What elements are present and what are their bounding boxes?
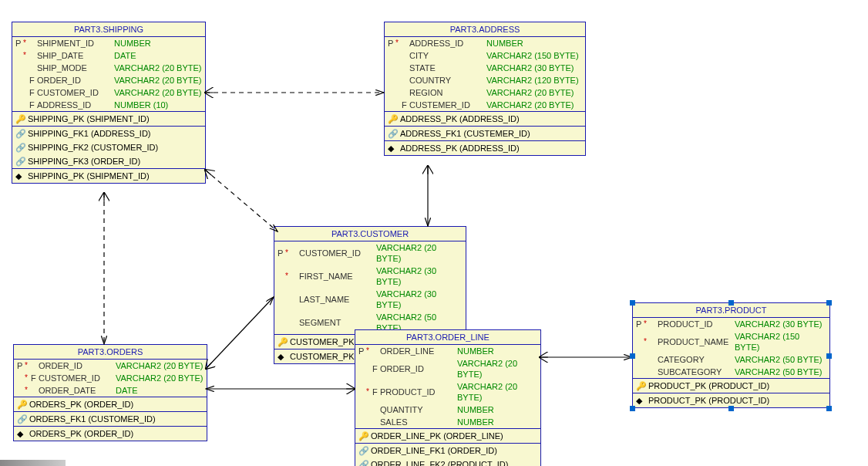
pk-label: SHIPPING_PK (SHIPMENT_ID) <box>28 113 150 124</box>
column-row: *FPRODUCT_IDVARCHAR2 (20 BYTE) <box>355 380 540 404</box>
key-icon: 🔑 <box>636 380 648 391</box>
pk-label: PRODUCT_PK (PRODUCT_ID) <box>648 380 769 391</box>
svg-line-2 <box>205 170 278 231</box>
bottom-bar <box>0 460 66 466</box>
column-name: COUNTRY <box>409 75 486 86</box>
fk-label: ORDER_LINE_FK1 (ORDER_ID) <box>371 445 497 456</box>
column-type: VARCHAR2 (30 BYTE) <box>376 289 463 310</box>
column-type: VARCHAR2 (20 BYTE) <box>116 373 204 383</box>
index-icon: ◆ <box>17 428 29 439</box>
column-name: CUSTOMER_ID <box>299 248 376 258</box>
column-name: PRODUCT_ID <box>380 387 457 397</box>
columns-section: P*ORDER_LINENUMBERFORDER_IDVARCHAR2 (20 … <box>355 345 540 429</box>
column-name: ORDER_ID <box>39 360 116 371</box>
idx-row: ◆SHIPPING_PK (SHIPMENT_ID) <box>12 169 205 183</box>
fk-row: 🔗SHIPPING_FK1 (ADDRESS_ID) <box>12 127 205 140</box>
column-row: SALESNUMBER <box>355 416 540 428</box>
column-row: CATEGORYVARCHAR2 (50 BYTE) <box>633 353 829 366</box>
entity-shipping[interactable]: PART3.SHIPPING P*SHIPMENT_IDNUMBER*SHIP_… <box>12 22 206 184</box>
column-type: VARCHAR2 (120 BYTE) <box>486 75 582 86</box>
selection-handle[interactable] <box>728 300 734 306</box>
fk-icon: 🔗 <box>15 128 28 139</box>
entity-title: PART3.ORDERS <box>14 345 207 360</box>
idx-row: ◆ADDRESS_PK (ADDRESS_ID) <box>385 141 585 155</box>
column-name: SHIP_DATE <box>37 50 114 61</box>
entity-order-line[interactable]: PART3.ORDER_LINE P*ORDER_LINENUMBERFORDE… <box>355 329 541 466</box>
column-name: SHIPMENT_ID <box>37 38 114 49</box>
pk-label: ADDRESS_PK (ADDRESS_ID) <box>400 113 520 124</box>
column-name: ORDER_LINE <box>380 346 457 356</box>
columns-section: P*SHIPMENT_IDNUMBER*SHIP_DATEDATESHIP_MO… <box>12 37 205 112</box>
fk-icon: 🔗 <box>388 128 400 139</box>
pk-label: ORDERS_PK (ORDER_ID) <box>29 399 133 410</box>
column-row: P*CUSTOMER_IDVARCHAR2 (20 BYTE) <box>274 241 466 265</box>
column-type: DATE <box>114 50 202 61</box>
columns-section: P*ORDER_IDVARCHAR2 (20 BYTE)*FCUSTOMER_I… <box>14 360 207 397</box>
column-type: NUMBER (10) <box>114 100 202 110</box>
column-name: CUSTOMER_ID <box>39 373 116 383</box>
column-name: ADDRESS_ID <box>37 100 114 110</box>
pk-row: 🔑ORDER_LINE_PK (ORDER_LINE) <box>355 429 540 444</box>
index-icon: ◆ <box>278 351 290 362</box>
column-type: VARCHAR2 (20 BYTE) <box>114 62 202 73</box>
fk-icon: 🔗 <box>358 459 371 466</box>
column-name: ORDER_DATE <box>39 385 116 396</box>
idx-label: ORDERS_PK (ORDER_ID) <box>29 428 133 439</box>
column-name: PRODUCT_ID <box>658 319 735 329</box>
entity-product[interactable]: PART3.PRODUCT P*PRODUCT_IDVARCHAR2 (30 B… <box>632 302 830 408</box>
selection-handle[interactable] <box>826 353 832 359</box>
column-name: QUANTITY <box>380 404 457 415</box>
entity-title: PART3.CUSTOMER <box>274 227 466 241</box>
fk-label: ORDERS_FK1 (CUSTOMER_ID) <box>29 414 156 424</box>
selection-handle[interactable] <box>728 406 734 411</box>
svg-line-4 <box>206 297 274 369</box>
fk-label: ORDER_LINE_FK2 (PRODUCT_ID) <box>371 459 508 466</box>
columns-section: P*CUSTOMER_IDVARCHAR2 (20 BYTE)*FIRST_NA… <box>274 241 466 335</box>
fk-label: SHIPPING_FK1 (ADDRESS_ID) <box>28 128 151 139</box>
selection-handle[interactable] <box>826 406 832 411</box>
column-row: STATEVARCHAR2 (30 BYTE) <box>385 62 585 74</box>
column-type: VARCHAR2 (20 BYTE) <box>114 87 202 98</box>
selection-handle[interactable] <box>630 300 635 306</box>
entity-address[interactable]: PART3.ADDRESS P*ADDRESS_IDNUMBERCITYVARC… <box>384 22 586 156</box>
selection-handle[interactable] <box>630 353 635 359</box>
fk-label: SHIPPING_FK2 (CUSTOMER_ID) <box>28 142 158 153</box>
column-row: FADDRESS_IDNUMBER (10) <box>12 99 205 111</box>
column-row: FCUSTEMER_IDVARCHAR2 (20 BYTE) <box>385 99 585 111</box>
fk-section: 🔗ORDER_LINE_FK1 (ORDER_ID)🔗ORDER_LINE_FK… <box>355 444 540 466</box>
selection-handle[interactable] <box>630 406 635 411</box>
fk-row: 🔗ADDRESS_FK1 (CUSTEMER_ID) <box>385 127 585 140</box>
column-row: *ORDER_DATEDATE <box>14 384 207 397</box>
entity-orders[interactable]: PART3.ORDERS P*ORDER_IDVARCHAR2 (20 BYTE… <box>13 344 207 441</box>
column-row: *FIRST_NAMEVARCHAR2 (30 BYTE) <box>274 265 466 288</box>
column-row: REGIONVARCHAR2 (20 BYTE) <box>385 86 585 99</box>
column-name: ADDRESS_ID <box>409 38 486 49</box>
column-name: SHIP_MODE <box>37 62 114 73</box>
idx-label: ADDRESS_PK (ADDRESS_ID) <box>400 143 520 154</box>
column-type: VARCHAR2 (30 BYTE) <box>376 265 463 287</box>
column-row: *FCUSTOMER_IDVARCHAR2 (20 BYTE) <box>14 372 207 384</box>
key-icon: 🔑 <box>278 336 290 347</box>
column-type: VARCHAR2 (30 BYTE) <box>735 319 826 329</box>
column-row: SUBCATEGORYVARCHAR2 (50 BYTE) <box>633 366 829 378</box>
column-type: NUMBER <box>457 346 537 356</box>
key-icon: 🔑 <box>15 113 28 124</box>
selection-handle[interactable] <box>826 300 832 306</box>
idx-row: ◆ORDERS_PK (ORDER_ID) <box>14 427 207 441</box>
entity-title: PART3.ADDRESS <box>385 22 585 37</box>
column-type: VARCHAR2 (20 BYTE) <box>457 381 537 403</box>
columns-section: P*ADDRESS_IDNUMBERCITYVARCHAR2 (150 BYTE… <box>385 37 585 112</box>
column-name: CUSTEMER_ID <box>409 100 486 110</box>
fk-section: 🔗SHIPPING_FK1 (ADDRESS_ID)🔗SHIPPING_FK2 … <box>12 127 205 169</box>
column-row: FORDER_IDVARCHAR2 (20 BYTE) <box>355 357 540 380</box>
column-name: CATEGORY <box>658 354 735 365</box>
column-row: *PRODUCT_NAMEVARCHAR2 (150 BYTE) <box>633 330 829 353</box>
column-name: LAST_NAME <box>299 294 376 305</box>
idx-label: PRODUCT_PK (PRODUCT_ID) <box>648 395 769 406</box>
column-name: STATE <box>409 62 486 73</box>
column-type: VARCHAR2 (20 BYTE) <box>376 242 463 264</box>
column-type: VARCHAR2 (20 BYTE) <box>114 75 202 86</box>
column-type: NUMBER <box>114 38 202 49</box>
fk-icon: 🔗 <box>15 156 28 167</box>
key-icon: 🔑 <box>358 431 371 441</box>
